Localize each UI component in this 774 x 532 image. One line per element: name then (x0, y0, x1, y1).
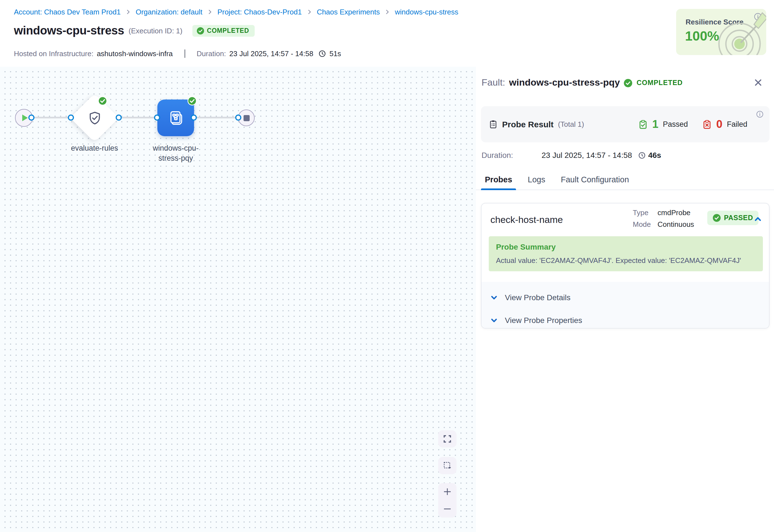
probe-result-title: Probe Result (502, 120, 554, 129)
play-icon (22, 115, 28, 121)
marquee-select-button[interactable] (438, 457, 457, 474)
probe-name: check-host-name (490, 215, 563, 226)
experiment-meta-row: Hosted on Infrastructure: ashutosh-windo… (14, 49, 341, 58)
probe-mode-label: Mode (633, 220, 651, 228)
probe-result-counts: 1 Passed 0 Failed (638, 106, 747, 142)
duration-value: 23 Jul 2025, 14:57 - 14:58 (229, 49, 313, 58)
check-circle-icon (197, 27, 204, 34)
fullscreen-icon (443, 434, 452, 444)
infra-label: Hosted on Infrastructure: (14, 49, 93, 58)
probe-type-value: cmdProbe (658, 208, 694, 217)
zoom-in-button[interactable] (438, 484, 457, 499)
info-icon[interactable] (756, 111, 763, 118)
title-row: windows-cpu-stress (Execution ID: 1) COM… (14, 24, 255, 37)
chevron-up-icon[interactable] (754, 215, 762, 223)
infra-value: ashutosh-windows-infra (97, 49, 173, 58)
node-success-badge (98, 96, 107, 106)
probe-summary-text: Actual value: 'EC2AMAZ-QMVAF4J'. Expecte… (496, 256, 741, 265)
detail-tabs: Probes Logs Fault Configuration (476, 171, 774, 190)
probe-mode-value: Continuous (658, 220, 694, 228)
passed-count: 1 (652, 118, 658, 131)
fault-detail-panel: Fault: windows-cpu-stress-pqy COMPLETED … (476, 67, 774, 532)
status-badge-label: COMPLETED (207, 27, 249, 34)
connector-port (68, 115, 74, 121)
probe-result-total: (Total 1) (558, 120, 584, 128)
marquee-select-icon (443, 461, 452, 470)
probe-summary-title: Probe Summary (496, 242, 556, 251)
fault-name: windows-cpu-stress-pqy (509, 77, 620, 88)
probe-status-badge: PASSED (707, 211, 759, 225)
clipboard-x-icon (702, 119, 712, 129)
chevron-right-icon (126, 9, 131, 14)
breadcrumb-project-link[interactable]: Project: Chaos-Dev-Prod1 (217, 8, 302, 16)
probe-status-label: PASSED (724, 214, 753, 222)
view-probe-details-label: View Probe Details (505, 293, 570, 302)
stop-icon (243, 115, 249, 121)
clipboard-check-icon (638, 119, 648, 129)
view-probe-properties-toggle[interactable]: View Probe Properties (490, 315, 582, 326)
fault-header: Fault: windows-cpu-stress-pqy COMPLETED (482, 77, 683, 88)
fullscreen-button[interactable] (438, 430, 457, 448)
experiment-icon (167, 109, 184, 126)
probe-card-check-host-name: check-host-name Type cmdProbe Mode Conti… (481, 203, 770, 329)
chevron-right-icon (207, 9, 212, 14)
tab-fault-configuration[interactable]: Fault Configuration (561, 175, 629, 190)
breadcrumb-experiments-link[interactable]: Chaos Experiments (317, 8, 380, 16)
connector-port (191, 115, 197, 121)
probe-result-summary: Probe Result (Total 1) (489, 106, 584, 142)
fault-label: Fault: (482, 77, 505, 88)
page-header: Account: Chaos Dev Team Prod1 Organizati… (0, 0, 774, 67)
fault-status: COMPLETED (637, 79, 683, 87)
node-label-windows-cpu-stress-pqy: windows-cpu-stress-pqy (147, 143, 205, 163)
breadcrumb-account-link[interactable]: Account: Chaos Dev Team Prod1 (14, 8, 121, 16)
chevron-down-icon (490, 294, 498, 301)
divider (184, 49, 185, 58)
fault-duration-label: Duration: (482, 151, 542, 160)
probe-summary-box: Probe Summary Actual value: 'EC2AMAZ-QMV… (489, 236, 763, 271)
pipeline-canvas[interactable]: evaluate-rules windows-cpu-stress-pqy (0, 67, 476, 532)
node-label-evaluate-rules: evaluate-rules (56, 143, 133, 153)
page-title: windows-cpu-stress (14, 24, 124, 37)
node-success-badge (187, 96, 197, 106)
connector-port (28, 115, 34, 121)
passed-label: Passed (663, 120, 688, 128)
breadcrumb: Account: Chaos Dev Team Prod1 Organizati… (14, 8, 458, 16)
status-badge: COMPLETED (192, 25, 255, 36)
connector-port (235, 115, 241, 121)
duration-elapsed: 51s (329, 49, 341, 58)
fault-duration-value: 23 Jul 2025, 14:57 - 14:58 (542, 151, 632, 160)
pipeline-edge (24, 117, 242, 118)
connector-port (116, 115, 122, 121)
probe-type-label: Type (633, 208, 651, 217)
target-illustration (712, 11, 766, 55)
resilience-score-card: Resilience Score 100% (676, 9, 766, 55)
view-probe-properties-label: View Probe Properties (505, 316, 582, 325)
tab-logs[interactable]: Logs (528, 175, 545, 190)
breadcrumb-org-link[interactable]: Organization: default (136, 8, 202, 16)
zoom-controls (438, 483, 457, 518)
failed-count: 0 (716, 118, 722, 131)
close-icon[interactable] (753, 78, 763, 87)
chevron-right-icon (385, 9, 390, 14)
probe-result-card: Probe Result (Total 1) 1 Passed 0 Failed (481, 106, 770, 142)
chaos-experiment-execution-page: Account: Chaos Dev Team Prod1 Organizati… (0, 0, 774, 532)
clock-icon (319, 50, 326, 57)
fault-duration-row: Duration: 23 Jul 2025, 14:57 - 14:58 46s (482, 151, 661, 160)
clipboard-icon (489, 120, 498, 129)
connector-port (154, 115, 160, 121)
chevron-right-icon (307, 9, 312, 14)
zoom-out-button[interactable] (438, 501, 457, 517)
chevron-down-icon (490, 317, 498, 324)
check-circle-icon (713, 214, 721, 222)
view-probe-details-toggle[interactable]: View Probe Details (490, 292, 570, 303)
probe-meta: Type cmdProbe Mode Continuous (633, 208, 694, 228)
fault-duration-elapsed: 46s (648, 151, 661, 160)
tab-probes[interactable]: Probes (485, 175, 512, 190)
duration-label: Duration: (197, 49, 226, 58)
check-circle-icon (624, 79, 632, 87)
probe-expanders: View Probe Details View Probe Properties (482, 282, 769, 328)
breadcrumb-current-link[interactable]: windows-cpu-stress (395, 8, 458, 16)
shield-check-icon (87, 111, 102, 126)
failed-label: Failed (727, 120, 747, 128)
execution-id: (Execution ID: 1) (129, 26, 183, 35)
